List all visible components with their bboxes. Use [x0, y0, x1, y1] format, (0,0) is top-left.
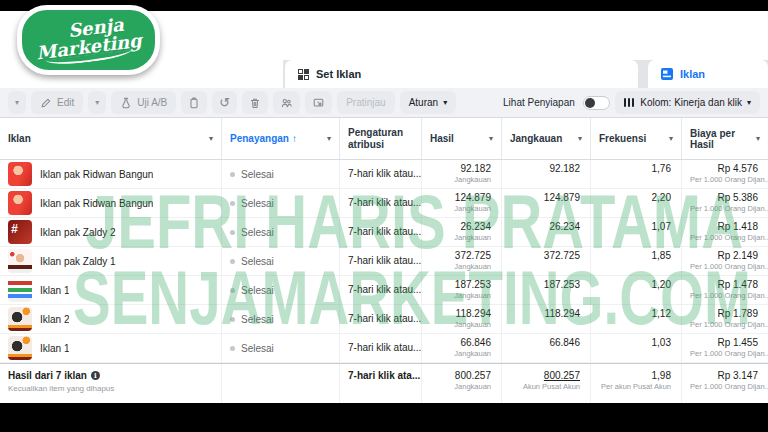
columns-button-label: Kolom: Kinerja dan klik: [640, 97, 742, 108]
undo-icon: ↺: [219, 96, 230, 109]
column-header-pengaturan-atribusi[interactable]: Pengaturan atribusi: [340, 118, 422, 159]
ad-thumbnail[interactable]: [8, 191, 32, 215]
rules-button[interactable]: Aturan ▾: [400, 91, 456, 114]
delivery-status-label: Selesai: [241, 285, 274, 296]
jangkauan-cell: 187.253: [502, 276, 591, 304]
ad-thumbnail[interactable]: [8, 307, 32, 331]
ad-name-link[interactable]: Iklan pak Ridwan Bangun: [40, 198, 153, 209]
status-dot-icon: [230, 317, 235, 322]
delivery-status-cell: Selesai: [222, 305, 340, 333]
column-header-penayangan[interactable]: Penayangan↑ ▾: [222, 118, 340, 159]
biaya-cell: Rp 2.149 Per 1.000 Orang Dijan...: [682, 247, 768, 275]
table-row[interactable]: Iklan 1 Selesai 7-hari klik atau... 66.8…: [0, 334, 768, 363]
clipboard-icon: [188, 97, 200, 109]
table-row[interactable]: Iklan pak Zaldy 2 Selesai 7-hari klik at…: [0, 218, 768, 247]
delivery-status-label: Selesai: [241, 227, 274, 238]
table-row[interactable]: Iklan pak Ridwan Bangun Selesai 7-hari k…: [0, 160, 768, 189]
delivery-status-label: Selesai: [241, 198, 274, 209]
ad-name-link[interactable]: Iklan pak Zaldy 1: [40, 256, 116, 267]
tab-set-iklan-label: Set Iklan: [316, 68, 361, 80]
footer-frekuensi-cell: 1,98 Per akun Pusat Akun: [591, 364, 682, 403]
column-header-jangkauan[interactable]: Jangkauan ▾: [502, 118, 591, 159]
delivery-status-label: Selesai: [241, 256, 274, 267]
preview-button[interactable]: Pratinjau: [337, 91, 394, 114]
chevron-down-icon: ▾: [669, 135, 673, 143]
status-dot-icon: [230, 346, 235, 351]
ad-name-cell: Iklan 2: [0, 305, 222, 333]
footer-title: Hasil dari 7 iklan: [8, 370, 87, 381]
biaya-cell: Rp 1.789 Per 1.000 Orang Dijan...: [682, 305, 768, 333]
delivery-status-cell: Selesai: [222, 189, 340, 217]
view-setup-toggle[interactable]: [583, 96, 610, 110]
duplicate-button[interactable]: [181, 91, 207, 114]
ad-name-cell: Iklan 1: [0, 276, 222, 304]
table-row[interactable]: Iklan pak Ridwan Bangun Selesai 7-hari k…: [0, 189, 768, 218]
bulk-select-dropdown-button[interactable]: ▾: [8, 91, 26, 114]
brand-logo: Senja Marketing: [17, 5, 160, 75]
footer-attribution-cell: 7-hari klik ata...: [340, 364, 422, 403]
ad-thumbnail[interactable]: [8, 249, 32, 273]
audience-button[interactable]: [273, 91, 300, 114]
footer-status-cell: [222, 364, 340, 403]
chevron-down-icon: ▾: [747, 99, 751, 107]
tab-set-iklan[interactable]: Set Iklan: [285, 60, 638, 88]
delivery-status-cell: Selesai: [222, 334, 340, 362]
column-header-hasil[interactable]: Hasil ▾: [422, 118, 502, 159]
columns-button[interactable]: Kolom: Kinerja dan klik ▾: [615, 91, 760, 114]
ab-test-button-label: Uji A/B: [137, 97, 167, 108]
frekuensi-cell: 2,20: [591, 189, 682, 217]
footer-hasil-cell: 800.257 Jangkauan: [422, 364, 502, 403]
table-footer-row: Hasil dari 7 iklan i Kecualikan item yan…: [0, 363, 768, 403]
jangkauan-cell: 118.294: [502, 305, 591, 333]
delivery-status-label: Selesai: [241, 343, 274, 354]
ad-name-link[interactable]: Iklan 2: [40, 314, 69, 325]
ad-thumbnail[interactable]: [8, 278, 32, 302]
footer-biaya-cell: Rp 3.147 Per 1.000 Orang Dijan...: [682, 364, 768, 403]
ad-thumbnail[interactable]: [8, 336, 32, 360]
table-header-row: Iklan ▾ Penayangan↑ ▾ Pengaturan atribus…: [0, 118, 768, 160]
status-dot-icon: [230, 230, 235, 235]
ad-name-cell: Iklan pak Zaldy 2: [0, 218, 222, 246]
preview-device-button[interactable]: [305, 91, 332, 114]
ad-name-link[interactable]: Iklan pak Zaldy 2: [40, 227, 116, 238]
tab-iklan[interactable]: Iklan: [648, 60, 768, 88]
delete-button[interactable]: [242, 91, 268, 114]
table-row[interactable]: Iklan pak Zaldy 1 Selesai 7-hari klik at…: [0, 247, 768, 276]
jangkauan-cell: 66.846: [502, 334, 591, 362]
ad-name-link[interactable]: Iklan 1: [40, 285, 69, 296]
delivery-status-label: Selesai: [241, 169, 274, 180]
column-header-iklan[interactable]: Iklan ▾: [0, 118, 222, 159]
hasil-cell: 26.234 Jangkauan: [422, 218, 502, 246]
ad-name-link[interactable]: Iklan pak Ridwan Bangun: [40, 169, 153, 180]
footer-jangkauan-cell: 800.257 Akun Pusat Akun: [502, 364, 591, 403]
delivery-status-cell: Selesai: [222, 276, 340, 304]
column-header-biaya-per-hasil[interactable]: Biaya per Hasil ▾: [682, 118, 768, 159]
toolbar: ▾ Edit ▾ Uji A/B ↺: [0, 88, 768, 118]
jangkauan-cell: 372.725: [502, 247, 591, 275]
chevron-down-icon: ▾: [209, 135, 213, 143]
chevron-down-icon: ▾: [15, 99, 19, 107]
ad-thumbnail[interactable]: [8, 162, 32, 186]
ab-test-button[interactable]: Uji A/B: [111, 91, 176, 114]
ad-name-cell: Iklan pak Ridwan Bangun: [0, 189, 222, 217]
ad-name-link[interactable]: Iklan 1: [40, 343, 69, 354]
hasil-cell: 124.879 Jangkauan: [422, 189, 502, 217]
attribution-cell: 7-hari klik atau...: [340, 334, 422, 362]
undo-button[interactable]: ↺: [212, 91, 237, 114]
sort-up-icon: ↑: [292, 133, 297, 144]
jangkauan-cell: 92.182: [502, 160, 591, 188]
jangkauan-cell: 26.234: [502, 218, 591, 246]
edit-dropdown-button[interactable]: ▾: [88, 91, 106, 114]
footer-summary-cell: Hasil dari 7 iklan i Kecualikan item yan…: [0, 364, 222, 403]
column-header-frekuensi[interactable]: Frekuensi ▾: [591, 118, 682, 159]
edit-button[interactable]: Edit: [31, 91, 83, 114]
table-row[interactable]: Iklan 2 Selesai 7-hari klik atau... 118.…: [0, 305, 768, 334]
ad-thumbnail[interactable]: [8, 220, 32, 244]
delivery-status-cell: Selesai: [222, 160, 340, 188]
hasil-cell: 92.182 Jangkauan: [422, 160, 502, 188]
attribution-cell: 7-hari klik atau...: [340, 218, 422, 246]
trash-icon: [249, 97, 261, 109]
info-icon[interactable]: i: [91, 371, 100, 380]
chevron-down-icon: ▾: [756, 135, 760, 143]
table-row[interactable]: Iklan 1 Selesai 7-hari klik atau... 187.…: [0, 276, 768, 305]
